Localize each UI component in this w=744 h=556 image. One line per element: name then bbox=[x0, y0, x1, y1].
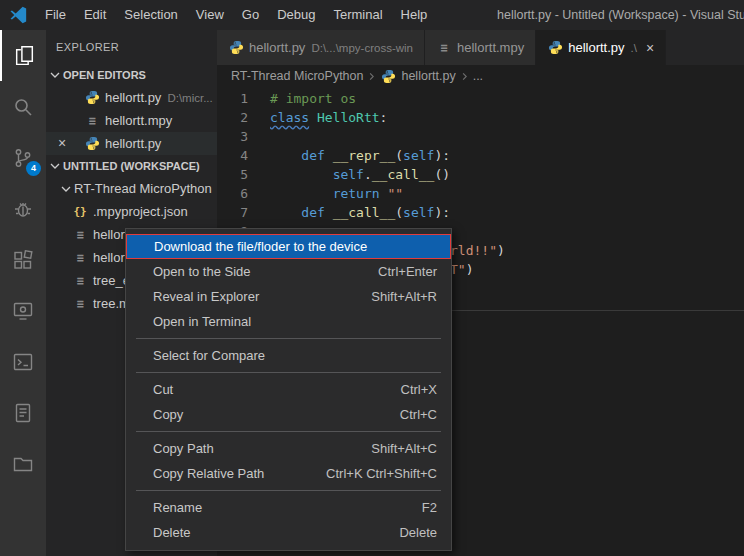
context-menu: Download the file/floder to the deviceOp… bbox=[125, 228, 452, 551]
context-menu-item[interactable]: Copy Relative PathCtrl+K Ctrl+Shift+C bbox=[126, 461, 451, 486]
context-menu-item[interactable]: Open in Terminal bbox=[126, 309, 451, 334]
chevron-down-icon bbox=[47, 67, 63, 83]
line-number: 3 bbox=[217, 127, 262, 146]
menu-file[interactable]: File bbox=[36, 0, 75, 30]
tree-file[interactable]: {}.mpyproject.json bbox=[46, 200, 217, 223]
menu-edit[interactable]: Edit bbox=[75, 0, 115, 30]
source-control-badge: 4 bbox=[26, 161, 41, 176]
workspace-label: UNTITLED (WORKSPACE) bbox=[63, 160, 200, 172]
breadcrumb-label: RT-Thread MicroPython bbox=[231, 69, 363, 83]
menu-item-label: Open in Terminal bbox=[153, 314, 251, 329]
breadcrumb-item[interactable]: ... bbox=[473, 69, 483, 83]
menu-item-shortcut: Ctrl+K Ctrl+Shift+C bbox=[326, 466, 437, 481]
open-editor-name: hellortt.py bbox=[105, 90, 161, 105]
code-line: 7 def __call__(self): bbox=[217, 203, 744, 222]
menu-selection[interactable]: Selection bbox=[115, 0, 186, 30]
menu-separator bbox=[136, 372, 441, 373]
open-editor-item[interactable]: ≡hellortt.mpy bbox=[46, 109, 217, 132]
activity-bar: 4 bbox=[0, 30, 46, 556]
source-control-icon[interactable]: 4 bbox=[0, 132, 46, 183]
explorer-icon[interactable] bbox=[0, 30, 46, 81]
python-file-icon bbox=[380, 68, 396, 84]
python-file-icon bbox=[228, 40, 244, 56]
tab-path: D:\...\mpy-cross-win bbox=[311, 42, 413, 54]
close-icon[interactable]: × bbox=[646, 40, 654, 56]
tree-file-name: .mpyproject.json bbox=[93, 204, 188, 219]
open-editor-name: hellortt.mpy bbox=[105, 113, 172, 128]
extensions-icon[interactable] bbox=[0, 234, 46, 285]
menu-terminal[interactable]: Terminal bbox=[324, 0, 391, 30]
context-menu-item[interactable]: Download the file/floder to the device bbox=[126, 234, 451, 259]
python-file-icon bbox=[84, 90, 100, 106]
python-file-icon bbox=[84, 136, 100, 152]
code-line: 2class HelloRtt: bbox=[217, 108, 744, 127]
editor-tab[interactable]: hellortt.pyD:\...\mpy-cross-win bbox=[217, 30, 425, 65]
menu-help[interactable]: Help bbox=[392, 0, 437, 30]
menu-item-shortcut: Ctrl+Enter bbox=[378, 264, 437, 279]
mpy-file-icon: ≡ bbox=[84, 113, 100, 129]
context-menu-item[interactable]: Copy PathShift+Alt+C bbox=[126, 436, 451, 461]
menu-item-label: Cut bbox=[153, 382, 173, 397]
folder-icon[interactable] bbox=[0, 438, 46, 489]
open-editor-item[interactable]: ×hellortt.py bbox=[46, 132, 217, 155]
line-number: 2 bbox=[217, 108, 262, 127]
title-bar: FileEditSelectionViewGoDebugTerminalHelp… bbox=[0, 0, 744, 30]
breadcrumb[interactable]: RT-Thread MicroPythonhellortt.py... bbox=[217, 65, 744, 87]
search-icon[interactable] bbox=[0, 81, 46, 132]
mpy-file-icon: ≡ bbox=[436, 40, 452, 56]
context-menu-item[interactable]: RenameF2 bbox=[126, 495, 451, 520]
editor-tab[interactable]: hellortt.py.\× bbox=[536, 30, 666, 65]
terminal-icon[interactable] bbox=[0, 336, 46, 387]
context-menu-item[interactable]: CutCtrl+X bbox=[126, 377, 451, 402]
context-menu-item[interactable]: Reveal in ExplorerShift+Alt+R bbox=[126, 284, 451, 309]
device-icon[interactable] bbox=[0, 285, 46, 336]
json-file-icon: {} bbox=[72, 204, 88, 220]
chevron-down-icon bbox=[58, 181, 74, 197]
chevron-right-icon bbox=[459, 71, 470, 82]
menu-go[interactable]: Go bbox=[233, 0, 268, 30]
code-line: 1# import os bbox=[217, 89, 744, 108]
menu-item-label: Rename bbox=[153, 500, 202, 515]
sidebar-title: EXPLORER bbox=[46, 30, 217, 64]
context-menu-item[interactable]: CopyCtrl+C bbox=[126, 402, 451, 427]
editor-tab[interactable]: ≡hellortt.mpy bbox=[425, 30, 536, 65]
code-line: 5 self.__call__() bbox=[217, 165, 744, 184]
tree-folder[interactable]: RT-Thread MicroPython bbox=[46, 177, 217, 200]
code-line: 6 return "" bbox=[217, 184, 744, 203]
menu-separator bbox=[136, 338, 441, 339]
context-menu-item[interactable]: DeleteDelete bbox=[126, 520, 451, 545]
menu-item-label: Select for Compare bbox=[153, 348, 265, 363]
menu-item-label: Delete bbox=[153, 525, 191, 540]
menu-bar: FileEditSelectionViewGoDebugTerminalHelp bbox=[36, 0, 436, 30]
open-editor-item[interactable]: hellortt.pyD:\micr... bbox=[46, 86, 217, 109]
line-number: 5 bbox=[217, 165, 262, 184]
mpy-file-icon: ≡ bbox=[72, 273, 88, 289]
code-text: class HelloRtt: bbox=[262, 108, 387, 127]
debug-icon[interactable] bbox=[0, 183, 46, 234]
code-text: self.__call__() bbox=[262, 165, 450, 184]
menu-item-shortcut: Shift+Alt+C bbox=[371, 441, 437, 456]
breadcrumb-item[interactable]: RT-Thread MicroPython bbox=[231, 69, 363, 83]
tab-label: hellortt.py bbox=[568, 40, 624, 55]
open-editors-header[interactable]: OPEN EDITORS bbox=[46, 64, 217, 86]
menu-item-shortcut: Shift+Alt+R bbox=[371, 289, 437, 304]
tree-folder-name: RT-Thread MicroPython bbox=[74, 181, 212, 196]
open-editor-path: D:\micr... bbox=[167, 92, 212, 104]
breadcrumb-item[interactable]: hellortt.py bbox=[380, 68, 455, 84]
context-menu-item[interactable]: Select for Compare bbox=[126, 343, 451, 368]
close-icon[interactable]: × bbox=[58, 132, 66, 155]
output-icon[interactable] bbox=[0, 387, 46, 438]
tab-label: hellortt.py bbox=[249, 40, 305, 55]
menu-item-label: Copy Path bbox=[153, 441, 214, 456]
tab-path: .\ bbox=[631, 42, 637, 54]
code-text: def __call__(self): bbox=[262, 203, 450, 222]
python-file-icon bbox=[547, 40, 563, 56]
window-title: hellortt.py - Untitled (Workspace) - Vis… bbox=[497, 0, 744, 30]
workspace-header[interactable]: UNTITLED (WORKSPACE) bbox=[46, 155, 217, 177]
context-menu-item[interactable]: Open to the SideCtrl+Enter bbox=[126, 259, 451, 284]
menu-separator bbox=[136, 490, 441, 491]
menu-debug[interactable]: Debug bbox=[268, 0, 324, 30]
menu-item-label: Copy bbox=[153, 407, 183, 422]
menu-view[interactable]: View bbox=[187, 0, 233, 30]
menu-item-label: Open to the Side bbox=[153, 264, 251, 279]
